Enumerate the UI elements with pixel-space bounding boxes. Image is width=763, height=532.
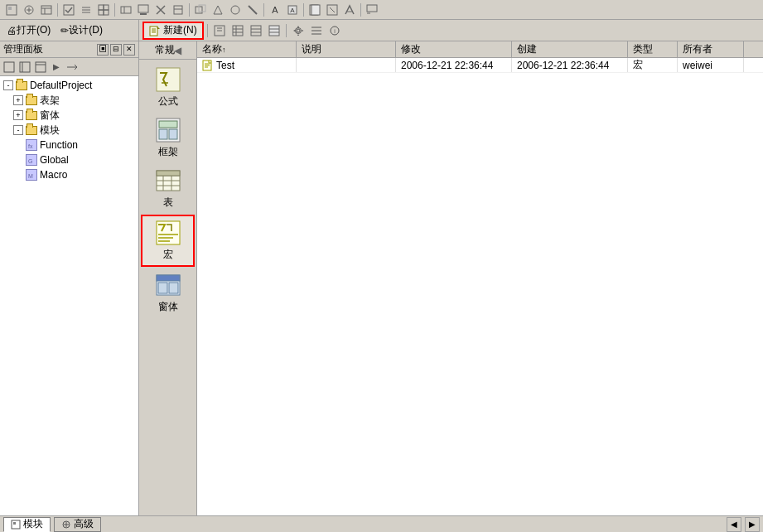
table-label: 表 <box>163 196 173 210</box>
toolbar-icon-6[interactable] <box>95 2 112 18</box>
svg-rect-90 <box>157 275 180 281</box>
new-button[interactable]: 新建(N) <box>142 22 204 40</box>
toolbar-icon-20[interactable] <box>364 2 380 18</box>
tree-expand-project[interactable]: - <box>3 80 13 90</box>
col-header-modify[interactable]: 修改 <box>396 41 512 57</box>
svg-rect-92 <box>169 283 178 293</box>
toolbar-icon-16[interactable]: A <box>284 2 301 18</box>
new-button-label: 新建(N) <box>163 23 197 37</box>
status-tab-advanced[interactable]: 高级 <box>54 517 101 532</box>
panel-close-btn[interactable]: ✕ <box>123 44 135 56</box>
svg-rect-32 <box>311 5 320 15</box>
tree-expand-tables[interactable]: + <box>13 95 23 105</box>
tree-node-modules[interactable]: - 模块 <box>2 123 137 138</box>
function-icon: fx <box>25 138 38 152</box>
toolbar-icon-7[interactable] <box>118 2 134 18</box>
panel-title: 管理面板 <box>3 42 97 56</box>
column-headers: 名称 说明 修改 创建 类型 所有者 <box>197 41 763 58</box>
panel-tool-play[interactable]: ▶ <box>49 60 64 75</box>
ctb-icon-4[interactable] <box>266 22 283 39</box>
category-macro[interactable]: 宏 <box>141 215 195 267</box>
status-tab-modules[interactable]: 模块 <box>3 517 51 532</box>
window-label: 窗体 <box>158 300 178 314</box>
windows-icon <box>25 109 38 122</box>
tree-global-label: Global <box>40 154 69 166</box>
svg-text:fx: fx <box>28 143 33 149</box>
ctb-icon-2[interactable] <box>229 22 246 39</box>
category-formula[interactable]: 公式 <box>141 63 195 112</box>
tree-node-tables[interactable]: + 表架 <box>2 93 137 108</box>
sep-6 <box>360 3 361 17</box>
status-nav-left[interactable]: ◀ <box>727 517 741 532</box>
ctb-icon-props[interactable]: i <box>326 22 343 39</box>
toolbar-icon-1[interactable] <box>3 2 20 18</box>
svg-rect-1 <box>8 7 12 10</box>
toolbar-icon-19[interactable] <box>341 2 358 18</box>
toolbar-icon-9[interactable] <box>152 2 169 18</box>
tree-expand-modules[interactable]: - <box>13 125 23 135</box>
svg-marker-39 <box>157 27 160 29</box>
panel-float-btn[interactable]: ⊟ <box>110 44 122 56</box>
toolbar-icon-4[interactable] <box>60 2 77 18</box>
category-items-list: 公式 框架 <box>139 60 196 321</box>
svg-rect-75 <box>159 121 177 128</box>
toolbar-icon-3[interactable] <box>38 2 55 18</box>
tree-expand-windows[interactable]: + <box>13 110 23 120</box>
toolbar-icon-14[interactable] <box>244 2 261 18</box>
category-frame[interactable]: 框架 <box>141 114 195 162</box>
menu-open[interactable]: 🖨打开(O) <box>3 20 54 41</box>
table-row[interactable]: Test 2006-12-21 22:36:44 2006-12-21 22:3… <box>197 58 763 73</box>
toolbar-icon-18[interactable] <box>324 2 340 18</box>
table-icon <box>155 167 181 194</box>
panel-tool-3[interactable] <box>33 60 48 75</box>
col-header-owner[interactable]: 所有者 <box>678 41 744 57</box>
ctb-icon-3[interactable] <box>248 22 264 39</box>
svg-text:A: A <box>290 7 295 14</box>
toolbar-icon-5[interactable] <box>78 2 94 18</box>
toolbar-icon-13[interactable] <box>227 2 244 18</box>
panel-tool-5[interactable] <box>65 60 80 75</box>
panel-pin-btn[interactable]: 🞕 <box>97 44 109 56</box>
ctb-icon-gear[interactable] <box>290 22 307 39</box>
panel-tool-2[interactable] <box>17 60 32 75</box>
advanced-tab-label: 高级 <box>74 517 94 531</box>
cell-owner: weiwei <box>678 58 744 72</box>
toolbar-icon-2[interactable] <box>21 2 37 18</box>
cell-modify: 2006-12-21 22:36:44 <box>396 58 512 72</box>
status-bar: 模块 高级 ◀ ▶ <box>0 515 763 532</box>
tree-node-function[interactable]: fx Function <box>2 138 137 152</box>
modules-icon <box>25 123 38 137</box>
menu-design[interactable]: ✏设计(D) <box>57 20 106 41</box>
toolbar-icon-8[interactable] <box>135 2 152 18</box>
toolbar-icon-15[interactable]: A <box>267 2 283 18</box>
category-table[interactable]: 表 <box>141 164 195 213</box>
col-header-type[interactable]: 类型 <box>628 41 678 57</box>
svg-rect-76 <box>159 129 167 139</box>
tree-node-project[interactable]: - DefaultProject <box>2 78 137 93</box>
tree-function-label: Function <box>40 139 78 151</box>
col-header-create[interactable]: 创建 <box>512 41 628 57</box>
tree-node-macro[interactable]: M Macro <box>2 167 137 182</box>
tree-node-windows[interactable]: + 窗体 <box>2 108 137 123</box>
col-header-name[interactable]: 名称 <box>197 41 297 57</box>
toolbar-icon-11[interactable] <box>192 2 209 18</box>
svg-rect-50 <box>251 26 261 36</box>
category-window[interactable]: 窗体 <box>141 268 195 317</box>
project-tree[interactable]: - DefaultProject + 表架 + <box>0 76 138 515</box>
svg-rect-12 <box>99 5 104 10</box>
content-list[interactable]: Test 2006-12-21 22:36:44 2006-12-21 22:3… <box>197 58 763 515</box>
panel-tool-1[interactable] <box>2 60 17 75</box>
toolbar-icon-17[interactable] <box>307 2 323 18</box>
svg-rect-64 <box>20 62 30 72</box>
sep-tb-2 <box>286 24 287 37</box>
advanced-tab-icon <box>61 520 71 530</box>
toolbar-icon-12[interactable] <box>210 2 226 18</box>
toolbar-icon-10[interactable] <box>170 2 186 18</box>
window-icon <box>155 272 181 298</box>
status-nav-right[interactable]: ▶ <box>745 517 760 532</box>
col-header-desc[interactable]: 说明 <box>297 41 396 57</box>
ctb-icon-1[interactable] <box>211 22 228 39</box>
tree-node-global[interactable]: G Global <box>2 152 137 167</box>
sep-3 <box>189 3 190 17</box>
ctb-icon-list[interactable] <box>308 22 325 39</box>
